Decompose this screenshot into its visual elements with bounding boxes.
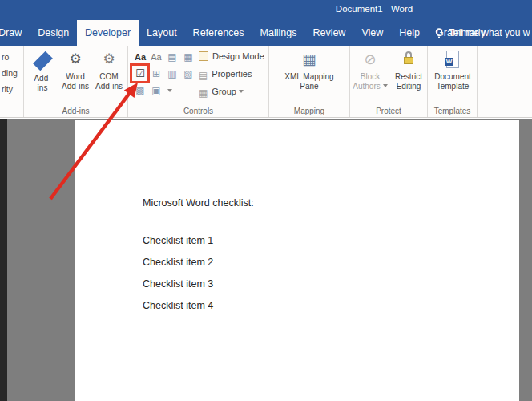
gear-window-icon: ⚙ [93,51,125,68]
clipped-label-record-macro: ro [2,52,9,62]
doc-checklist-item[interactable]: Checklist item 3 [143,278,213,290]
gear-icon: ⚙ [59,51,91,68]
xml-mapping-label-1: XML Mapping [284,72,333,81]
group-code-clipped: ro ding rity [0,46,24,117]
tab-help[interactable]: Help [391,20,428,46]
block-authors-label-1: Block [361,72,380,81]
properties-button[interactable]: ▤Properties [199,69,252,83]
repeating-section-content-control-button[interactable]: ▩ [133,83,147,98]
lock-icon [403,51,414,68]
com-add-ins-label-1: COM [99,72,118,81]
design-mode-icon [199,51,208,61]
xml-mapping-icon: ▦ [276,51,343,68]
group-label-controls: Controls [128,107,268,115]
tab-design[interactable]: Design [30,20,77,46]
group-label-mapping: Mapping [269,107,349,115]
date-picker-content-control-button[interactable]: ▧ [181,67,195,81]
tab-developer[interactable]: Developer [77,20,139,46]
tell-me-label: Tell me what you w [449,27,530,38]
tab-layout[interactable]: Layout [139,20,185,46]
tab-mailings[interactable]: Mailings [252,20,305,46]
com-add-ins-button[interactable]: ⚙ COM Add-ins [93,48,125,101]
chevron-down-icon [239,90,244,93]
add-ins-button[interactable]: Add- ins [29,48,56,101]
tab-draw[interactable]: Draw [0,20,30,46]
clipped-label-macro-security: rity [2,84,13,94]
com-add-ins-label-2: Add-ins [95,82,123,91]
block-authors-icon: ⊘ [353,51,388,68]
clipped-label-pause-recording: ding [2,68,18,78]
group-add-ins: Add- ins ⚙ Word Add-ins ⚙ COM Add-ins Ad… [24,46,128,117]
group-button[interactable]: ▦Group [199,87,244,101]
left-edge-strip [0,119,7,401]
group-label-templates: Templates [428,107,477,115]
rich-text-content-control-button[interactable]: Aa [133,50,147,64]
group-controls: Aa Aa ▤ ▦ ☑ ⊞ ▥ ▧ ▩ ▣ Design Mode ▤Prope… [128,46,269,117]
group-icon: ▦ [199,87,208,97]
doc-checklist-item[interactable]: Checklist item 4 [143,300,213,311]
group-mapping: ▦ XML Mapping Pane Mapping [269,46,350,117]
dropdown-list-content-control-button[interactable]: ▥ [165,67,179,81]
ribbon: ro ding rity Add- ins ⚙ Word Add-ins ⚙ C… [0,46,532,118]
word-window: Document1 - Word Draw Design Developer L… [0,0,532,401]
document-page[interactable]: Microsoft Word checklist: Checklist item… [75,120,519,401]
properties-icon: ▤ [199,70,208,79]
window-title: Document1 - Word [336,4,413,14]
word-add-ins-button[interactable]: ⚙ Word Add-ins [59,48,91,101]
tab-review[interactable]: Review [304,20,353,46]
tell-me-box[interactable]: Tell me what you w [433,20,532,46]
document-template-label-1: Document [434,72,471,81]
checkbox-content-control-button[interactable]: ☑ [133,67,147,81]
combo-box-content-control-button[interactable]: ⊞ [149,67,163,81]
word-document-icon: W [446,51,459,68]
chevron-down-icon[interactable] [167,89,172,92]
restrict-editing-button[interactable]: Restrict Editing [390,48,427,101]
document-canvas: Microsoft Word checklist: Checklist item… [0,119,532,401]
properties-label: Properties [212,69,252,79]
add-ins-label-2: ins [38,83,48,92]
xml-mapping-pane-button[interactable]: ▦ XML Mapping Pane [276,48,343,101]
title-bar: Document1 - Word [0,0,532,20]
group-templates: W Document Template Templates [428,46,478,117]
tab-view[interactable]: View [353,20,391,46]
restrict-editing-label-1: Restrict [395,72,422,81]
design-mode-button[interactable]: Design Mode [199,51,264,66]
lightbulb-icon [433,27,445,38]
group-label-protect: Protect [350,107,427,115]
group-label-add-ins: Add-ins [24,107,127,115]
block-authors-label-2: Authors [353,82,380,91]
word-add-ins-label-2: Add-ins [62,82,89,91]
group-button-label: Group [212,87,236,96]
restrict-editing-label-2: Editing [397,82,421,91]
add-ins-icon [33,51,53,71]
word-add-ins-label-1: Word [66,72,85,81]
doc-checklist-item[interactable]: Checklist item 1 [143,235,213,246]
tab-references[interactable]: References [185,20,252,46]
doc-checklist-item[interactable]: Checklist item 2 [143,257,213,268]
doc-title-line[interactable]: Microsoft Word checklist: [143,197,254,209]
design-mode-label: Design Mode [212,51,264,61]
add-ins-label-1: Add- [34,74,50,83]
ribbon-tab-row: Draw Design Developer Layout References … [0,20,532,46]
document-template-label-2: Template [437,82,470,91]
picture-content-control-button[interactable]: ▤ [165,50,179,64]
document-template-button[interactable]: W Document Template [430,48,475,101]
block-authors-button[interactable]: ⊘ Block Authors [353,48,388,101]
plain-text-content-control-button[interactable]: Aa [149,50,163,64]
xml-mapping-label-2: Pane [300,82,318,91]
group-protect: ⊘ Block Authors Restrict Editing Protect [350,46,428,117]
building-block-gallery-button[interactable]: ▦ [181,50,195,64]
legacy-tools-button[interactable]: ▣ [149,83,163,98]
chevron-down-icon [383,84,388,87]
